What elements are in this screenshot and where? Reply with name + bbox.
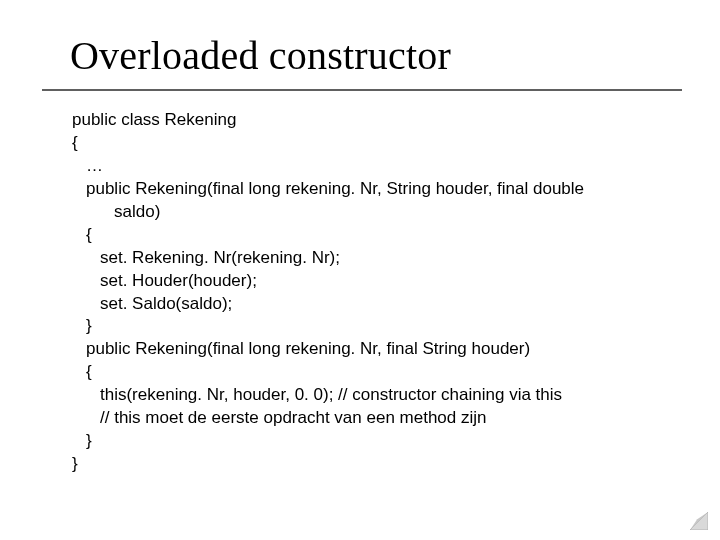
code-line: { [72, 361, 684, 384]
code-line: } [72, 453, 684, 476]
slide: Overloaded constructor public class Reke… [0, 0, 720, 540]
code-line: } [72, 315, 684, 338]
code-line: { [72, 132, 684, 155]
code-line: public Rekening(final long rekening. Nr,… [72, 178, 684, 201]
code-line: } [72, 430, 684, 453]
page-corner-icon [690, 512, 708, 530]
code-line: this(rekening. Nr, houder, 0. 0); // con… [72, 384, 684, 407]
code-line: { [72, 224, 684, 247]
code-line: … [72, 155, 684, 178]
code-line: set. Rekening. Nr(rekening. Nr); [72, 247, 684, 270]
slide-title: Overloaded constructor [70, 32, 684, 79]
code-line: set. Saldo(saldo); [72, 293, 684, 316]
code-line: public Rekening(final long rekening. Nr,… [72, 338, 684, 361]
code-line: public class Rekening [72, 109, 684, 132]
code-block: public class Rekening { … public Rekenin… [72, 109, 684, 476]
code-line: // this moet de eerste opdracht van een … [72, 407, 684, 430]
title-divider [42, 89, 682, 91]
code-line: set. Houder(houder); [72, 270, 684, 293]
code-line: saldo) [72, 201, 684, 224]
